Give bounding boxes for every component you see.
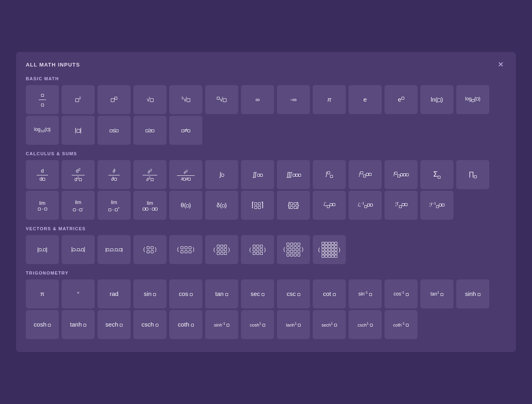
btn-partial-mixed[interactable]: ∂2 ∂∂	[169, 160, 202, 189]
btn-mat22-paren[interactable]: ( )	[133, 235, 166, 264]
btn-laplace[interactable]: ℒ	[313, 191, 346, 220]
section-label-calculus: CALCULUS & SUMS	[26, 151, 506, 156]
vectors-grid: [,] [,,] [,,,] ( ) ( ) (	[26, 235, 506, 264]
btn-delta[interactable]: δ()	[205, 191, 238, 220]
btn-def-integral[interactable]: ∫	[313, 160, 346, 189]
btn-e[interactable]: e	[349, 85, 382, 114]
btn-geq[interactable]: ≥	[133, 116, 166, 145]
btn-matrix-brace-1[interactable]: {}	[277, 191, 310, 220]
btn-tanh[interactable]: tanh	[62, 310, 95, 339]
btn-deriv2[interactable]: d2 d2	[62, 160, 95, 189]
btn-vec2[interactable]: [,]	[26, 235, 59, 264]
btn-cbrt[interactable]: 3√	[169, 85, 202, 114]
calculus-grid-2: lim → lim →- lim →+	[26, 191, 506, 220]
btn-laplace-inv[interactable]: ℒ-1	[349, 191, 382, 220]
btn-power[interactable]	[98, 85, 131, 114]
btn-partial2[interactable]: ∂2 ∂2	[133, 160, 166, 189]
btn-neq[interactable]: ≠	[169, 116, 202, 145]
btn-theta[interactable]: θ()	[169, 191, 202, 220]
btn-arcsin[interactable]: sin-1	[349, 279, 382, 308]
btn-product[interactable]: ∏	[456, 160, 489, 189]
btn-arcsech[interactable]: sech1	[313, 310, 346, 339]
btn-vec3[interactable]: [,,]	[62, 235, 95, 264]
btn-cosh[interactable]: cosh	[26, 310, 59, 339]
basic-math-grid: 2 √ 3√ √ ∞ -∞ π e e ln()	[26, 85, 506, 114]
btn-mat33-paren[interactable]: ( )	[205, 235, 238, 264]
btn-vec4[interactable]: [,,,]	[98, 235, 131, 264]
btn-arccoth[interactable]: coth-1	[384, 310, 418, 339]
btn-exp[interactable]: e	[384, 85, 418, 114]
btn-neg-infinity[interactable]: -∞	[277, 85, 310, 114]
btn-pi-trig[interactable]: π	[26, 279, 59, 308]
btn-matrix-bracket-1[interactable]: ⌈⌉	[241, 191, 274, 220]
btn-arccosh[interactable]: cosh1	[241, 310, 274, 339]
btn-sqrt[interactable]: √	[133, 85, 166, 114]
btn-sin[interactable]: sin	[133, 279, 166, 308]
btn-fourier[interactable]: ℱ	[384, 191, 418, 220]
btn-csc[interactable]: csc	[277, 279, 310, 308]
btn-rad[interactable]: rad	[98, 279, 131, 308]
btn-integral[interactable]: ∫	[205, 160, 238, 189]
dialog-header: ALL MATH INPUTS ✕	[26, 60, 506, 69]
btn-mat44-bracket[interactable]: ( )	[277, 235, 310, 264]
section-label-basic-math: BASIC MATH	[26, 76, 506, 81]
btn-fourier-inv[interactable]: ℱ-1	[420, 191, 453, 220]
btn-def-integral2[interactable]: ∫	[349, 160, 382, 189]
calculus-grid-1: d d d2 d2 ∂ ∂	[26, 160, 506, 189]
btn-log[interactable]: log()	[456, 85, 489, 114]
btn-coth[interactable]: coth	[169, 310, 202, 339]
btn-cot[interactable]: cot	[313, 279, 346, 308]
btn-fraction[interactable]	[26, 85, 59, 114]
btn-sech[interactable]: sech	[98, 310, 131, 339]
all-math-inputs-dialog: ALL MATH INPUTS ✕ BASIC MATH 2 √ 3√	[16, 52, 516, 352]
btn-sum[interactable]: Σ	[420, 160, 453, 189]
btn-arctanh[interactable]: tanh1	[277, 310, 310, 339]
btn-nthrt[interactable]: √	[205, 85, 238, 114]
btn-cos[interactable]: cos	[169, 279, 202, 308]
basic-math-grid-2: log10() || ≤ ≥ ≠	[26, 116, 506, 145]
btn-mat55-bracket[interactable]: ( )	[313, 235, 346, 264]
btn-pi[interactable]: π	[313, 85, 346, 114]
btn-deg[interactable]: °	[62, 279, 95, 308]
btn-infinity[interactable]: ∞	[241, 85, 274, 114]
btn-log10[interactable]: log10()	[26, 116, 59, 145]
btn-def-integral3[interactable]: ∫	[384, 160, 418, 189]
trig-grid-2: cosh tanh sech csch coth sinh-1 cosh1 ta…	[26, 310, 506, 339]
dialog-title: ALL MATH INPUTS	[26, 62, 80, 68]
btn-lim-minus[interactable]: lim →-	[62, 191, 95, 220]
btn-square[interactable]: 2	[62, 85, 95, 114]
btn-arcsinh[interactable]: sinh-1	[205, 310, 238, 339]
btn-mat23-paren[interactable]: ( )	[169, 235, 202, 264]
btn-mat33-bracket[interactable]: ( )	[241, 235, 274, 264]
btn-deriv[interactable]: d d	[26, 160, 59, 189]
trig-grid-1: π ° rad sin cos tan sec csc cot sin-1	[26, 279, 506, 308]
section-label-trig: TRIGONOMETRY	[26, 271, 506, 275]
btn-arccsch[interactable]: csch1	[349, 310, 382, 339]
btn-lim-plus[interactable]: lim →+	[98, 191, 131, 220]
btn-abs[interactable]: ||	[62, 116, 95, 145]
btn-double-integral[interactable]: ∬	[241, 160, 274, 189]
close-button[interactable]: ✕	[495, 60, 506, 69]
btn-partial[interactable]: ∂ ∂	[98, 160, 131, 189]
btn-lim-arr[interactable]: lim →	[133, 191, 166, 220]
section-label-vectors: VECTORS & MATRICES	[26, 226, 506, 231]
btn-tan[interactable]: tan	[205, 279, 238, 308]
btn-arccos[interactable]: cos-1	[384, 279, 418, 308]
btn-csch[interactable]: csch	[133, 310, 166, 339]
btn-lim[interactable]: lim →	[26, 191, 59, 220]
btn-ln[interactable]: ln()	[420, 85, 453, 114]
btn-leq[interactable]: ≤	[98, 116, 131, 145]
btn-sec[interactable]: sec	[241, 279, 274, 308]
btn-sinh[interactable]: sinh	[456, 279, 489, 308]
btn-arctan[interactable]: tan1	[420, 279, 453, 308]
btn-triple-integral[interactable]: ∭	[277, 160, 310, 189]
